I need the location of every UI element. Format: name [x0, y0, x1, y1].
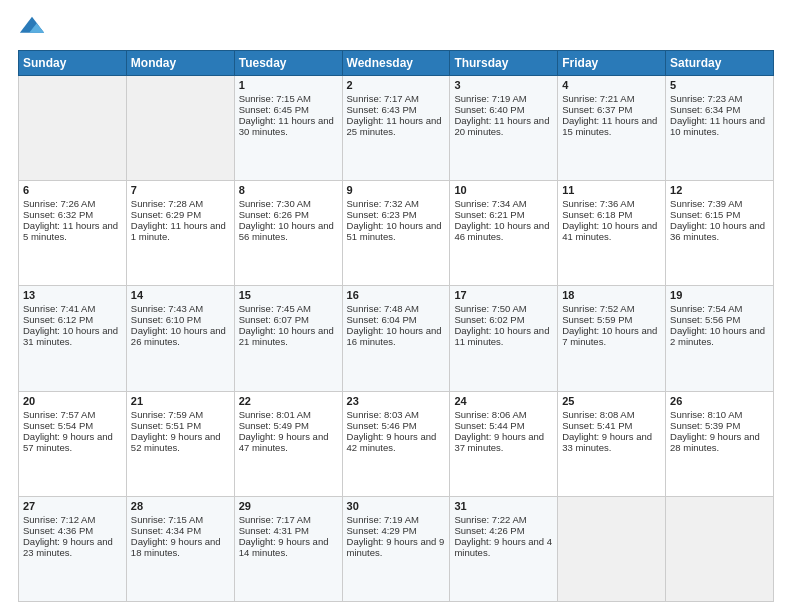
- sunrise-text: Sunrise: 7:19 AM: [454, 93, 553, 104]
- day-cell: 1Sunrise: 7:15 AMSunset: 6:45 PMDaylight…: [234, 76, 342, 181]
- logo-icon: [18, 14, 46, 42]
- day-cell: 4Sunrise: 7:21 AMSunset: 6:37 PMDaylight…: [558, 76, 666, 181]
- sunset-text: Sunset: 4:31 PM: [239, 525, 338, 536]
- day-number: 4: [562, 79, 661, 91]
- day-number: 31: [454, 500, 553, 512]
- day-cell: 9Sunrise: 7:32 AMSunset: 6:23 PMDaylight…: [342, 181, 450, 286]
- day-number: 23: [347, 395, 446, 407]
- day-cell: 26Sunrise: 8:10 AMSunset: 5:39 PMDayligh…: [666, 391, 774, 496]
- week-row-3: 13Sunrise: 7:41 AMSunset: 6:12 PMDayligh…: [19, 286, 774, 391]
- day-number: 8: [239, 184, 338, 196]
- day-cell: 3Sunrise: 7:19 AMSunset: 6:40 PMDaylight…: [450, 76, 558, 181]
- day-cell: 6Sunrise: 7:26 AMSunset: 6:32 PMDaylight…: [19, 181, 127, 286]
- day-number: 25: [562, 395, 661, 407]
- sunset-text: Sunset: 5:46 PM: [347, 420, 446, 431]
- daylight-text: Daylight: 10 hours and 7 minutes.: [562, 325, 661, 347]
- day-cell: [666, 496, 774, 601]
- sunrise-text: Sunrise: 7:21 AM: [562, 93, 661, 104]
- daylight-text: Daylight: 10 hours and 31 minutes.: [23, 325, 122, 347]
- sunrise-text: Sunrise: 7:19 AM: [347, 514, 446, 525]
- daylight-text: Daylight: 9 hours and 18 minutes.: [131, 536, 230, 558]
- sunset-text: Sunset: 5:49 PM: [239, 420, 338, 431]
- daylight-text: Daylight: 9 hours and 28 minutes.: [670, 431, 769, 453]
- week-row-5: 27Sunrise: 7:12 AMSunset: 4:36 PMDayligh…: [19, 496, 774, 601]
- day-number: 26: [670, 395, 769, 407]
- sunset-text: Sunset: 5:39 PM: [670, 420, 769, 431]
- week-row-4: 20Sunrise: 7:57 AMSunset: 5:54 PMDayligh…: [19, 391, 774, 496]
- sunset-text: Sunset: 6:04 PM: [347, 314, 446, 325]
- sunrise-text: Sunrise: 7:36 AM: [562, 198, 661, 209]
- sunset-text: Sunset: 6:45 PM: [239, 104, 338, 115]
- sunset-text: Sunset: 6:40 PM: [454, 104, 553, 115]
- col-header-monday: Monday: [126, 51, 234, 76]
- day-number: 13: [23, 289, 122, 301]
- day-number: 24: [454, 395, 553, 407]
- sunrise-text: Sunrise: 7:57 AM: [23, 409, 122, 420]
- daylight-text: Daylight: 9 hours and 47 minutes.: [239, 431, 338, 453]
- day-number: 5: [670, 79, 769, 91]
- daylight-text: Daylight: 10 hours and 21 minutes.: [239, 325, 338, 347]
- sunrise-text: Sunrise: 7:45 AM: [239, 303, 338, 314]
- sunrise-text: Sunrise: 8:01 AM: [239, 409, 338, 420]
- sunrise-text: Sunrise: 7:17 AM: [347, 93, 446, 104]
- sunrise-text: Sunrise: 7:43 AM: [131, 303, 230, 314]
- day-number: 11: [562, 184, 661, 196]
- sunrise-text: Sunrise: 7:48 AM: [347, 303, 446, 314]
- day-number: 6: [23, 184, 122, 196]
- day-cell: 25Sunrise: 8:08 AMSunset: 5:41 PMDayligh…: [558, 391, 666, 496]
- sunrise-text: Sunrise: 7:39 AM: [670, 198, 769, 209]
- daylight-text: Daylight: 11 hours and 30 minutes.: [239, 115, 338, 137]
- sunrise-text: Sunrise: 7:12 AM: [23, 514, 122, 525]
- day-number: 18: [562, 289, 661, 301]
- sunset-text: Sunset: 6:10 PM: [131, 314, 230, 325]
- daylight-text: Daylight: 9 hours and 42 minutes.: [347, 431, 446, 453]
- day-cell: 29Sunrise: 7:17 AMSunset: 4:31 PMDayligh…: [234, 496, 342, 601]
- day-cell: [126, 76, 234, 181]
- day-cell: 2Sunrise: 7:17 AMSunset: 6:43 PMDaylight…: [342, 76, 450, 181]
- sunset-text: Sunset: 4:34 PM: [131, 525, 230, 536]
- day-number: 30: [347, 500, 446, 512]
- day-number: 15: [239, 289, 338, 301]
- day-cell: 24Sunrise: 8:06 AMSunset: 5:44 PMDayligh…: [450, 391, 558, 496]
- daylight-text: Daylight: 9 hours and 33 minutes.: [562, 431, 661, 453]
- day-number: 21: [131, 395, 230, 407]
- header: [18, 14, 774, 42]
- day-cell: 13Sunrise: 7:41 AMSunset: 6:12 PMDayligh…: [19, 286, 127, 391]
- sunrise-text: Sunrise: 7:17 AM: [239, 514, 338, 525]
- day-cell: 30Sunrise: 7:19 AMSunset: 4:29 PMDayligh…: [342, 496, 450, 601]
- sunset-text: Sunset: 5:41 PM: [562, 420, 661, 431]
- day-number: 1: [239, 79, 338, 91]
- day-number: 28: [131, 500, 230, 512]
- day-number: 20: [23, 395, 122, 407]
- daylight-text: Daylight: 10 hours and 51 minutes.: [347, 220, 446, 242]
- daylight-text: Daylight: 10 hours and 41 minutes.: [562, 220, 661, 242]
- day-cell: [19, 76, 127, 181]
- daylight-text: Daylight: 11 hours and 10 minutes.: [670, 115, 769, 137]
- sunset-text: Sunset: 6:07 PM: [239, 314, 338, 325]
- day-number: 10: [454, 184, 553, 196]
- sunset-text: Sunset: 6:43 PM: [347, 104, 446, 115]
- sunrise-text: Sunrise: 8:03 AM: [347, 409, 446, 420]
- sunset-text: Sunset: 5:44 PM: [454, 420, 553, 431]
- day-cell: 31Sunrise: 7:22 AMSunset: 4:26 PMDayligh…: [450, 496, 558, 601]
- day-number: 12: [670, 184, 769, 196]
- sunset-text: Sunset: 5:56 PM: [670, 314, 769, 325]
- day-cell: 14Sunrise: 7:43 AMSunset: 6:10 PMDayligh…: [126, 286, 234, 391]
- sunrise-text: Sunrise: 8:10 AM: [670, 409, 769, 420]
- col-header-thursday: Thursday: [450, 51, 558, 76]
- daylight-text: Daylight: 10 hours and 56 minutes.: [239, 220, 338, 242]
- col-header-friday: Friday: [558, 51, 666, 76]
- col-header-wednesday: Wednesday: [342, 51, 450, 76]
- sunset-text: Sunset: 6:02 PM: [454, 314, 553, 325]
- daylight-text: Daylight: 9 hours and 52 minutes.: [131, 431, 230, 453]
- sunset-text: Sunset: 6:26 PM: [239, 209, 338, 220]
- day-number: 14: [131, 289, 230, 301]
- daylight-text: Daylight: 9 hours and 9 minutes.: [347, 536, 446, 558]
- daylight-text: Daylight: 10 hours and 36 minutes.: [670, 220, 769, 242]
- daylight-text: Daylight: 11 hours and 15 minutes.: [562, 115, 661, 137]
- day-cell: 19Sunrise: 7:54 AMSunset: 5:56 PMDayligh…: [666, 286, 774, 391]
- daylight-text: Daylight: 11 hours and 1 minute.: [131, 220, 230, 242]
- day-number: 27: [23, 500, 122, 512]
- col-header-tuesday: Tuesday: [234, 51, 342, 76]
- sunset-text: Sunset: 5:51 PM: [131, 420, 230, 431]
